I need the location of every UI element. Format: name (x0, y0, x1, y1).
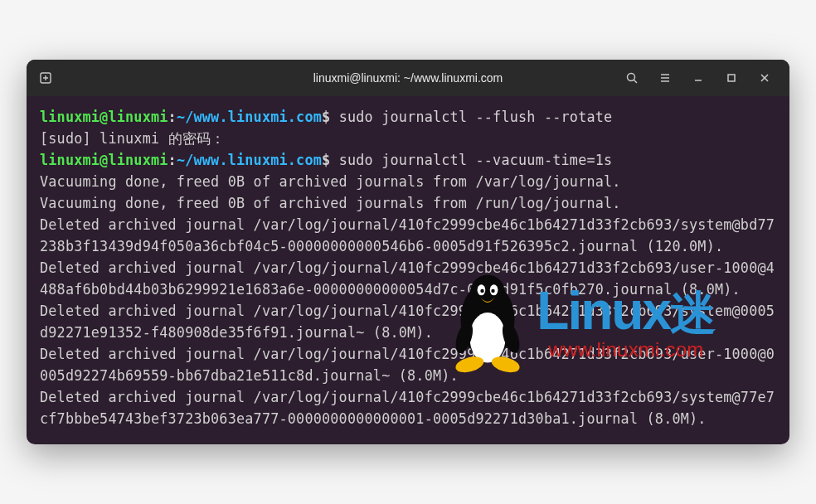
prompt-line-2: linuxmi@linuxmi:~/www.linuxmi.com$ sudo … (40, 149, 776, 171)
command-2: sudo journalctl --vacuum-time=1s (339, 152, 613, 168)
svg-rect-9 (728, 75, 735, 81)
prompt-dollar: $ (322, 152, 330, 168)
window-title: linuxmi@linuxmi: ~/www.linuxmi.com (313, 71, 503, 85)
terminal-window: linuxmi@linuxmi: ~/www.linuxmi.com linux… (27, 60, 789, 444)
sudo-prompt: [sudo] linuxmi 的密码： (40, 128, 776, 149)
close-button[interactable] (750, 65, 780, 90)
prompt-path: ~/www.linuxmi.com (177, 109, 322, 125)
prompt-colon: : (168, 109, 177, 125)
svg-line-4 (634, 80, 638, 83)
maximize-button[interactable] (716, 65, 746, 90)
prompt-dollar: $ (322, 109, 330, 125)
output-line: Deleted archived journal /var/log/journa… (40, 343, 776, 386)
output-line: Deleted archived journal /var/log/journa… (40, 257, 776, 300)
new-tab-icon[interactable] (36, 69, 55, 87)
output-line: Vacuuming done, freed 0B of archived jou… (40, 192, 776, 214)
prompt-path: ~/www.linuxmi.com (177, 152, 322, 168)
prompt-colon: : (168, 152, 177, 168)
output-line: Deleted archived journal /var/log/journa… (40, 214, 776, 257)
window-titlebar: linuxmi@linuxmi: ~/www.linuxmi.com (27, 60, 789, 96)
search-icon[interactable] (617, 65, 647, 90)
command-1: sudo journalctl --flush --rotate (339, 109, 613, 125)
terminal-body[interactable]: linuxmi@linuxmi:~/www.linuxmi.com$ sudo … (27, 96, 789, 444)
output-line: Deleted archived journal /var/log/journa… (40, 300, 776, 343)
output-line: Deleted archived journal /var/log/journa… (40, 386, 776, 429)
output-line: Vacuuming done, freed 0B of archived jou… (40, 171, 776, 192)
prompt-line-1: linuxmi@linuxmi:~/www.linuxmi.com$ sudo … (40, 106, 776, 128)
hamburger-menu-icon[interactable] (650, 65, 680, 90)
prompt-user: linuxmi@linuxmi (40, 109, 168, 125)
prompt-user: linuxmi@linuxmi (40, 152, 168, 168)
svg-point-3 (628, 73, 635, 80)
minimize-button[interactable] (683, 65, 713, 90)
